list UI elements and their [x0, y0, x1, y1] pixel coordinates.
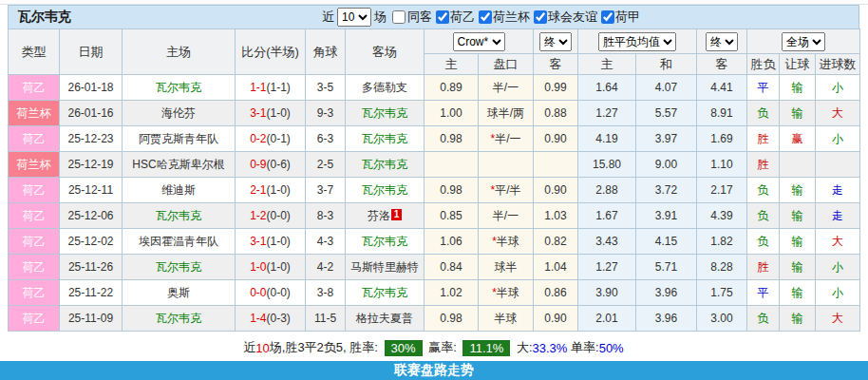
goals-value: 大 [816, 229, 860, 255]
halftime-score: (0-6) [267, 158, 291, 171]
handicap-result-value: 输 [780, 229, 816, 255]
corners-value: 3-7 [306, 178, 346, 203]
match-date: 25-12-02 [60, 229, 123, 255]
away-team: 多德勒支 [346, 75, 425, 101]
league-checkbox-2[interactable] [534, 10, 547, 24]
summary-middle: 场,胜3平2负5, 胜率: [270, 339, 382, 356]
home-team: 海伦芬 [123, 101, 236, 126]
handicap-value: *半/一 [479, 126, 534, 152]
league-checkbox-1[interactable] [479, 10, 492, 24]
goals-value: 大 [816, 101, 860, 126]
score-cell: 0-0(0-0) [236, 280, 306, 306]
handicap-value: 半/一 [479, 203, 534, 229]
same-venue-label: 同客 [407, 9, 432, 26]
match-row: 荷乙 25-12-23 阿贾克斯青年队 0-2(0-1) 6-3 瓦尔韦克 0.… [9, 126, 860, 152]
corners-value: 11-5 [306, 306, 346, 332]
match-row: 荷乙 25-12-06 瓦尔韦克 1-2(0-0) 8-3 芬洛1 0.85 半… [9, 203, 860, 229]
halftime-score: (1-0) [267, 106, 291, 120]
mean-type-select[interactable]: 胜平负均值 [598, 32, 676, 51]
recent-label: 近 [322, 9, 334, 26]
mean-away: 8.91 [697, 101, 747, 126]
handicap-result-value [780, 152, 816, 178]
win-rate-badge: 30% [385, 340, 423, 356]
mean-away: 1.69 [697, 126, 747, 152]
score-cell: 2-1(1-0) [236, 178, 306, 203]
score-cell: 1-4(0-3) [236, 306, 306, 332]
odds-away: 0.90 [534, 306, 578, 332]
score-cell: 0-9(0-6) [236, 152, 306, 178]
scope-cell: 全场 [747, 29, 860, 54]
goals-value: 走 [816, 178, 860, 203]
league-filter-2[interactable]: 球会友谊 [532, 9, 597, 26]
recent-count-select[interactable]: 10 [337, 8, 371, 27]
mean-home: 4.19 [578, 126, 636, 152]
match-date: 26-01-16 [60, 101, 123, 126]
score-cell: 1-0(1-0) [236, 255, 306, 280]
league-filter-1[interactable]: 荷兰杯 [477, 9, 530, 26]
corners-value: 9-3 [306, 101, 346, 126]
league-checkbox-0[interactable] [436, 10, 449, 24]
league-badge: 荷乙 [9, 255, 60, 280]
mean-final-select[interactable]: 终 [706, 32, 738, 51]
score-cell: 0-2(0-1) [236, 126, 306, 152]
home-team: 阿贾克斯青年队 [123, 126, 236, 152]
odds-final-cell: 终 [534, 29, 578, 54]
match-date: 25-12-11 [60, 178, 123, 203]
score-cell: 3-1(1-0) [236, 229, 306, 255]
matches-label: 场 [374, 9, 387, 26]
mean-draw: 5.71 [636, 255, 697, 280]
mean-home: 1.64 [578, 75, 636, 101]
home-team: 瓦尔韦克 [123, 75, 236, 101]
match-row: 荷乙 25-11-22 奥斯 0-0(0-0) 3-8 瓦尔韦克 1.02 *半… [9, 280, 860, 306]
league-badge: 荷乙 [9, 203, 60, 229]
match-date: 25-12-06 [60, 203, 123, 229]
single-label: 单率: [567, 339, 598, 356]
league-label-0: 荷乙 [450, 9, 475, 26]
odds-away: 0.86 [534, 280, 578, 306]
handicap-result-value: 输 [780, 101, 816, 126]
home-team: 维迪斯 [123, 178, 236, 203]
mean-final-cell: 终 [697, 29, 747, 54]
col-header-type: 类型 [9, 29, 60, 75]
goals-value: 小 [816, 126, 860, 152]
handicap-result-value: 输 [780, 280, 816, 306]
odds-away: 0.88 [534, 101, 578, 126]
match-row: 荷兰杯 25-12-19 HSC哈克斯卑尔根 0-9(0-6) 2-5 瓦尔韦克… [9, 152, 860, 178]
subcol-handicap: 盘口 [479, 54, 534, 75]
goals-value: 走 [816, 203, 860, 229]
halftime-score: (1-0) [267, 235, 291, 248]
corners-value: 2-5 [306, 152, 346, 178]
league-badge: 荷兰杯 [9, 101, 60, 126]
result-value: 胜 [747, 152, 780, 178]
corners-value: 3-5 [306, 75, 346, 101]
league-filter-3[interactable]: 荷甲 [599, 9, 640, 26]
mean-away: 1.75 [697, 280, 747, 306]
col-header-away: 客场 [346, 29, 425, 75]
col-header-score: 比分(半场) [236, 29, 306, 75]
result-value: 平 [747, 75, 780, 101]
away-team: 瓦尔韦克 [346, 280, 425, 306]
single-rate-value: 50% [599, 341, 624, 355]
match-history-table: 类型 日期 主场 比分(半场) 角球 客场 Crow* 终 胜平负均值 终 [8, 28, 860, 332]
league-label-1: 荷兰杯 [493, 9, 530, 26]
col-header-date: 日期 [60, 29, 123, 75]
subcol-odds-away: 客 [534, 54, 578, 75]
same-venue-filter[interactable]: 同客 [388, 9, 432, 26]
scope-select[interactable]: 全场 [782, 32, 825, 51]
mean-home: 1.67 [578, 203, 636, 229]
away-team: 瓦尔韦克 [346, 229, 425, 255]
subcol-mean-draw: 和 [636, 54, 697, 75]
handicap-value: 半球 [479, 306, 534, 332]
league-filter-0[interactable]: 荷乙 [434, 9, 475, 26]
corners-value: 3-8 [306, 280, 346, 306]
odds-company-select[interactable]: Crow* [453, 32, 505, 51]
same-venue-checkbox[interactable] [392, 10, 406, 24]
mean-home: 1.27 [578, 255, 636, 280]
goals-value: 小 [816, 75, 860, 101]
team-title: 瓦尔韦克 [9, 9, 71, 26]
odds-final-select[interactable]: 终 [539, 32, 572, 51]
title-bar: 瓦尔韦克 近 10 场 同客 荷乙荷兰杯球会友谊荷甲 [8, 5, 859, 28]
league-checkbox-3[interactable] [601, 10, 614, 24]
mean-away: 1.10 [697, 152, 747, 178]
mean-home: 2.01 [578, 306, 636, 332]
